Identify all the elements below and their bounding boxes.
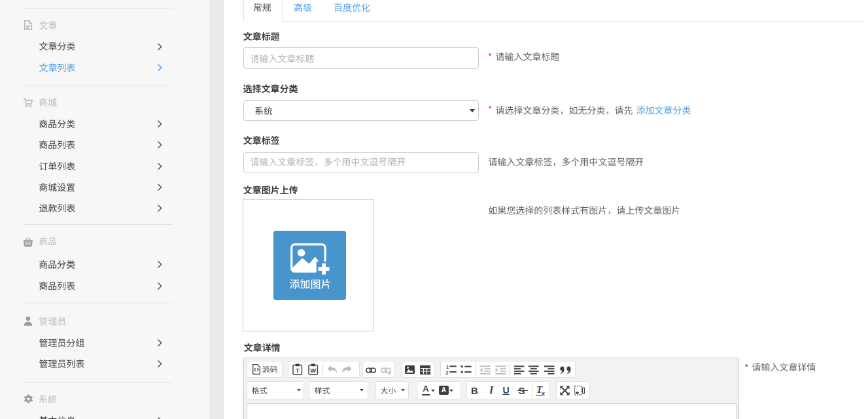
svg-text:W: W: [310, 367, 316, 374]
svg-text:2: 2: [445, 370, 448, 374]
svg-text:T: T: [296, 367, 300, 374]
svg-text:1: 1: [446, 365, 449, 369]
